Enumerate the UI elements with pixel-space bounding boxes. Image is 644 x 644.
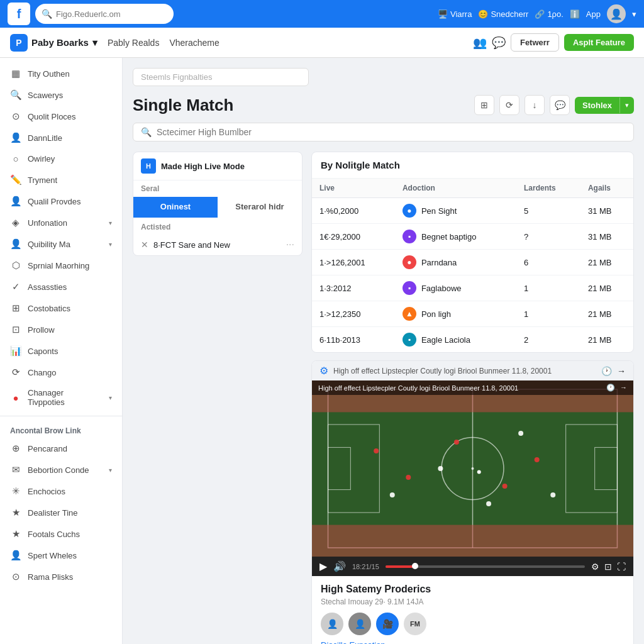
sidebar-item-quibility[interactable]: 👤 Quibility Ma ▾ [0,233,122,255]
svg-point-19 [477,470,481,474]
list-item[interactable]: ✕ 8·FCT Sare and New ··· [133,234,302,255]
avatar-2[interactable]: 👤 [348,613,371,635]
nav-link-pably[interactable]: Pably Realds [108,38,160,48]
match-table-card: By Nolitgle Match Live Adoction Lardents… [311,152,634,353]
nav-link-vheracheme[interactable]: Vheracheme [169,38,219,48]
sidebar-item-enchocios[interactable]: ✳ Enchocios [0,480,122,502]
left-card: H Made High Live Mode Seral Oninest Ster… [133,152,303,256]
sidebar-item-tryment[interactable]: ✏️ Tryment [0,169,122,191]
top-nav-right: 🖥️ Viarra 😊 Snedcherr 🔗 1ρо. ℹ️ App 👤 ▾ [438,4,636,23]
cell-agails: 21 MB [580,301,633,327]
brand-section[interactable]: P Paby Boarks ▾ [10,34,97,52]
video-frame: High off effect Lipstecpler Coutly logi … [312,380,633,557]
picture-icon[interactable]: ⊡ [604,562,612,572]
sidebar-item-dealister[interactable]: ★ Dealister Tine [0,502,122,523]
top-search-bar[interactable]: 🔍 [35,4,174,24]
video-meta: Stechal Imouay 29· 9.1M 14JA [321,597,625,606]
stohlex-button[interactable]: Stohlex [575,97,619,114]
sidebar-item-tity[interactable]: ▦ Tity Outhen [0,63,122,84]
sidebar-item-chanager[interactable]: ● Chanager Tivppoties ▾ [0,383,122,412]
sidebar-item-caponts[interactable]: 📊 Caponts [0,340,122,362]
refresh-button[interactable]: ⟳ [499,95,519,115]
arrow-banner-icon[interactable]: → [620,384,627,392]
brand-chevron[interactable]: ▾ [92,37,97,48]
nav-item-link[interactable]: 🔗 1ρо. [535,9,563,19]
adoction-label: Pen Sight [421,206,457,216]
sidebar-item-dannlitle[interactable]: 👤 DannLitle [0,127,122,148]
video-link[interactable]: Diocille Expcation [321,640,386,644]
play-button[interactable]: ▶ [319,560,327,572]
dropdown-arrow[interactable]: ▾ [619,97,634,113]
svg-point-13 [535,457,540,462]
volume-button[interactable]: 🔊 [333,560,346,572]
chevron-down-icon[interactable]: ▾ [632,9,636,19]
table-row[interactable]: 1·3:2012 ▪ Faglabowe 1 21 MB [312,275,633,301]
sidebar-item-owirley[interactable]: ○ Owirley [0,148,122,169]
item-label: 8·FCT Sare and New [153,240,281,250]
stohlex-dropdown[interactable]: Stohlex ▾ [575,97,634,114]
asplt-feature-button[interactable]: Asplt Feature [564,34,634,51]
cell-live: 1·>126,2001 [312,250,395,275]
video-banner-text: High off effect Lipstecpler Coutly logi … [318,384,518,392]
sidebar-item-footals[interactable]: ★ Footals Cuchs [0,523,122,545]
sidebar-label: Owirley [28,154,112,164]
sidebar-item-chango[interactable]: ⟳ Chango [0,362,122,383]
sidebar-item-rama[interactable]: ⊙ Rama Plisks [0,566,122,587]
sidebar-item-unfonation[interactable]: ◈ Unfonation ▾ [0,212,122,233]
cell-lardents: 6 [516,250,580,275]
user-avatar[interactable]: 👤 [607,4,626,23]
sidebar-item-scawerys[interactable]: 🔍 Scawerys [0,84,122,106]
match-search-bar[interactable]: 🔍 [133,123,634,142]
sidebar-item-pencarand[interactable]: ⊕ Pencarand [0,438,122,459]
sidebar-item-quolit[interactable]: ⊙ Quolit Ploces [0,106,122,127]
sidebar-item-bebortion[interactable]: ✉ Bebortion Conde ▾ [0,459,122,480]
avatar-fm[interactable]: FM [404,613,426,635]
tab-oninest[interactable]: Oninest [133,197,218,218]
filter-search[interactable]: Steemls Fignbalties [133,68,309,86]
nav-item-info[interactable]: ℹ️ [570,9,580,19]
settings-icon[interactable]: ⚙ [591,562,599,572]
nav-item-snedcherr[interactable]: 😊 Snedcherr [478,9,528,19]
sidebar-label: Unfonation [28,218,103,228]
cell-lardents: 1 [516,275,580,301]
sidebar-label: Costobatics [28,304,112,313]
avatar-1[interactable]: 👤 [321,613,343,635]
grid-view-button[interactable]: ⊞ [474,95,494,115]
svg-point-12 [502,484,508,489]
more-icon[interactable]: ··· [286,239,294,250]
svg-point-14 [390,492,395,497]
progress-bar[interactable] [386,565,585,568]
table-row[interactable]: 1·>12,2350 ▲ Pon ligh 1 21 MB [312,301,633,327]
main-content: Steemls Fignbalties Single Match ⊞ ⟳ ↓ 💬… [123,58,644,644]
table-row[interactable]: 1·>126,2001 ● Parndana 6 21 MB [312,250,633,275]
sidebar-item-assassties[interactable]: ✓ Assassties [0,276,122,297]
fetwerr-button[interactable]: Fetwerr [511,33,559,52]
sidebar-item-qualil[interactable]: 👤 Qualil Provdes [0,191,122,212]
match-search-input[interactable] [157,127,626,137]
nav-item-app[interactable]: App [586,9,601,19]
grid2-icon: ⊞ [10,303,21,314]
time-label: 18:21/15 [352,563,379,570]
download-button[interactable]: ↓ [525,95,545,115]
fullscreen-icon[interactable]: ⛶ [617,562,626,572]
user3-icon: 👤 [10,238,21,250]
chat-button[interactable]: 💬 [550,95,570,115]
cell-adoction: ▪ Eagle Laciola [395,327,516,353]
tab-sterarol[interactable]: Sterarol hidr [218,197,302,218]
message-icon[interactable]: 💬 [492,36,506,50]
arrow-right-icon[interactable]: → [617,366,626,376]
top-search-input[interactable] [56,9,157,19]
search-icon: 🔍 [42,9,52,19]
sidebar-item-spert[interactable]: 👤 Spert Wheles [0,545,122,566]
sidebar-item-costobatics[interactable]: ⊞ Costobatics [0,297,122,319]
table-row[interactable]: 1€·29,2000 ▪ Begnet baptigo ? 31 MB [312,224,633,250]
nav-item-monitor[interactable]: 🖥️ Viarra [438,9,472,19]
avatar-camera[interactable]: 🎥 [376,613,399,635]
table-row[interactable]: 1·%0,2000 ● Pen Sight 5 31 MB [312,198,633,224]
sidebar-item-prollow[interactable]: ⊡ Prollow [0,319,122,340]
group-icon[interactable]: 👥 [473,36,487,50]
progress-fill [386,565,416,568]
table-row[interactable]: 6·11b·2013 ▪ Eagle Laciola 2 21 MB [312,327,633,353]
sidebar-item-sprnial[interactable]: ⬡ Sprnial Maorhing [0,255,122,276]
facebook-logo[interactable]: f [8,3,30,25]
